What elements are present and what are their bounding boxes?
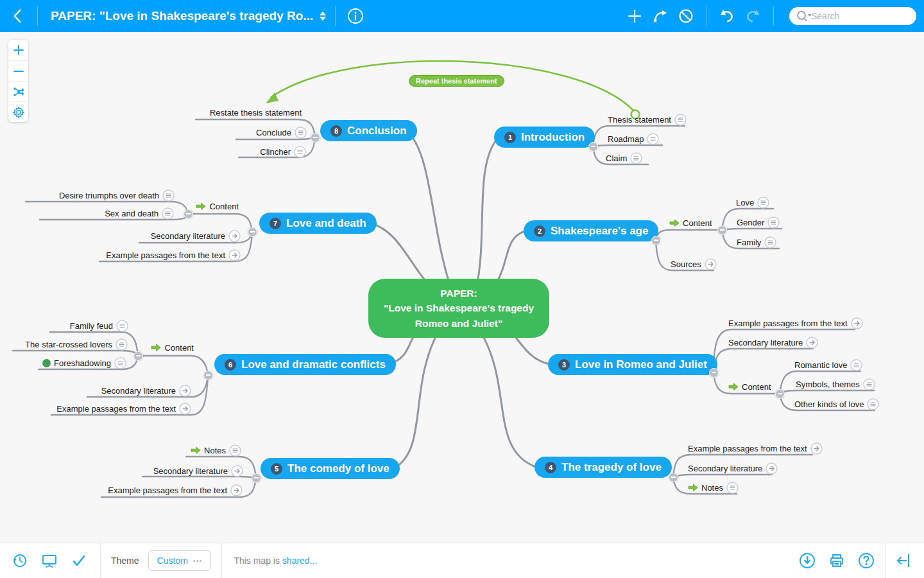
collapse-toggle[interactable] <box>184 209 193 219</box>
note-icon[interactable] <box>116 338 128 351</box>
download-button[interactable] <box>792 548 822 574</box>
map-canvas[interactable]: Repeat thesis statement PAPER: "Love in … <box>0 0 924 578</box>
root-topic[interactable]: PAPER: "Love in Shakespeare's tragedy Ro… <box>368 279 549 338</box>
link-arrow-icon[interactable] <box>806 337 818 349</box>
subtopic-love[interactable]: Love <box>736 196 769 209</box>
note-icon[interactable] <box>764 236 776 249</box>
subtopic-secondary-literature[interactable]: Secondary literature <box>153 464 243 477</box>
link-arrow-icon[interactable] <box>766 462 778 475</box>
topic-tragedy-of-love[interactable]: 4 The tragedy of love <box>535 457 672 478</box>
collapse-toggle[interactable] <box>651 236 661 245</box>
link-arrow-icon[interactable] <box>705 258 717 270</box>
subtopic-example-passages[interactable]: Example passages from the text <box>106 249 241 261</box>
layout-button[interactable] <box>8 81 28 101</box>
subtopic-romantic-love[interactable]: Romantic love <box>794 358 862 371</box>
note-icon[interactable] <box>647 133 659 145</box>
topic-conclusion[interactable]: 8 Conclusion <box>320 120 417 141</box>
subtopic-family[interactable]: Family <box>737 236 776 249</box>
subtopic-content[interactable]: Content <box>669 216 712 229</box>
subtopic-sex-and-death[interactable]: Sex and death <box>105 207 174 220</box>
subtopic-example-passages[interactable]: Example passages from the text <box>108 484 243 496</box>
collapse-toggle[interactable] <box>203 371 213 380</box>
subtopic-restate-thesis[interactable]: Restate thesis statement <box>210 106 302 119</box>
connection-label[interactable]: Repeat thesis statement <box>409 75 504 87</box>
search-box[interactable] <box>789 7 916 25</box>
subtopic-symbols-themes[interactable]: Symbols, themes <box>796 378 875 390</box>
link-arrow-icon[interactable] <box>851 317 863 329</box>
link-arrow-icon[interactable] <box>179 403 191 415</box>
note-icon[interactable] <box>162 207 174 220</box>
collapse-toggle[interactable] <box>709 368 719 378</box>
topic-comedy-of-love[interactable]: 5 The comedy of love <box>261 458 400 479</box>
collapse-toggle[interactable] <box>775 389 785 399</box>
collapse-toggle[interactable] <box>133 351 143 361</box>
note-icon[interactable] <box>630 152 642 164</box>
collapse-toggle[interactable] <box>588 142 598 152</box>
subtopic-notes[interactable]: Notes <box>688 481 739 494</box>
title-spinner[interactable] <box>320 12 326 21</box>
subtopic-content[interactable]: Content <box>196 200 239 213</box>
zoom-in-button[interactable] <box>8 40 28 60</box>
block-button[interactable] <box>675 5 697 27</box>
theme-selector[interactable]: Custom ••• <box>148 550 212 571</box>
settings-button[interactable] <box>8 101 28 122</box>
subtopic-gender[interactable]: Gender <box>737 216 780 229</box>
subtopic-desire-triumphs[interactable]: Desire triumphs over death <box>59 189 175 202</box>
info-button[interactable] <box>345 5 366 27</box>
note-icon[interactable] <box>757 197 769 209</box>
subtopic-content[interactable]: Content <box>151 341 194 354</box>
subtopic-thesis-statement[interactable]: Thesis statement <box>608 113 687 126</box>
link-arrow-icon[interactable] <box>179 385 191 397</box>
presentation-button[interactable] <box>35 548 64 574</box>
undo-button[interactable] <box>715 5 737 27</box>
collapse-toggle[interactable] <box>717 225 727 235</box>
note-icon[interactable] <box>674 114 687 126</box>
subtopic-star-crossed-lovers[interactable]: The star-crossed lovers <box>25 338 128 351</box>
subtopic-secondary-literature[interactable]: Secondary literature <box>151 229 241 242</box>
exit-fullscreen-button[interactable] <box>889 548 919 574</box>
redo-button[interactable] <box>742 5 764 27</box>
link-arrow-icon[interactable] <box>810 442 823 455</box>
note-icon[interactable] <box>726 482 739 494</box>
note-icon[interactable] <box>229 444 241 457</box>
subtopic-claim[interactable]: Claim <box>606 152 642 164</box>
collapse-toggle[interactable] <box>311 133 320 143</box>
link-arrow-icon[interactable] <box>228 230 241 242</box>
note-icon[interactable] <box>767 216 780 229</box>
topic-introduction[interactable]: 1 Introduction <box>494 127 595 148</box>
subtopic-other-kinds-of-love[interactable]: Other kinds of love <box>794 398 879 410</box>
back-button[interactable] <box>6 5 28 27</box>
subtopic-secondary-literature[interactable]: Secondary literature <box>728 336 818 349</box>
subtopic-example-passages[interactable]: Example passages from the text <box>56 402 191 415</box>
link-arrow-icon[interactable] <box>228 249 241 261</box>
note-icon[interactable] <box>294 146 306 158</box>
add-topic-button[interactable] <box>624 5 646 27</box>
subtopic-foreshadowing[interactable]: Foreshadowing <box>42 356 126 369</box>
subtopic-roadmap[interactable]: Roadmap <box>608 132 659 145</box>
link-arrow-icon[interactable] <box>230 484 243 496</box>
subtopic-secondary-literature[interactable]: Secondary literature <box>101 384 191 397</box>
subtopic-sources[interactable]: Sources <box>671 258 717 270</box>
subtopic-notes[interactable]: Notes <box>191 444 241 457</box>
collapse-toggle[interactable] <box>248 227 257 237</box>
note-icon[interactable] <box>116 320 128 332</box>
subtopic-family-feud[interactable]: Family feud <box>70 319 128 332</box>
subtopic-conclude[interactable]: Conclude <box>256 126 307 139</box>
zoom-out-button[interactable] <box>8 60 28 81</box>
note-icon[interactable] <box>867 398 879 410</box>
note-icon[interactable] <box>863 378 875 390</box>
note-icon[interactable] <box>114 357 126 369</box>
map-title[interactable]: PAPER: "Love in Shakespeare's tragedy Ro… <box>51 9 313 23</box>
topic-love-and-death[interactable]: 7 Love and death <box>259 213 377 234</box>
history-button[interactable] <box>5 548 35 574</box>
collapse-toggle[interactable] <box>252 473 261 483</box>
subtopic-secondary-literature[interactable]: Secondary literature <box>688 462 778 475</box>
topic-love-in-romeo-and-juliet[interactable]: 3 Love in Romeo and Juliet <box>548 354 717 375</box>
search-input[interactable] <box>811 11 894 21</box>
topic-shakespeares-age[interactable]: 2 Shakespeare's age <box>524 220 658 241</box>
connect-button[interactable] <box>649 5 671 27</box>
tasks-button[interactable] <box>64 548 94 574</box>
subtopic-content[interactable]: Content <box>728 380 771 393</box>
collapse-toggle[interactable] <box>669 473 678 482</box>
note-icon[interactable] <box>850 359 862 371</box>
